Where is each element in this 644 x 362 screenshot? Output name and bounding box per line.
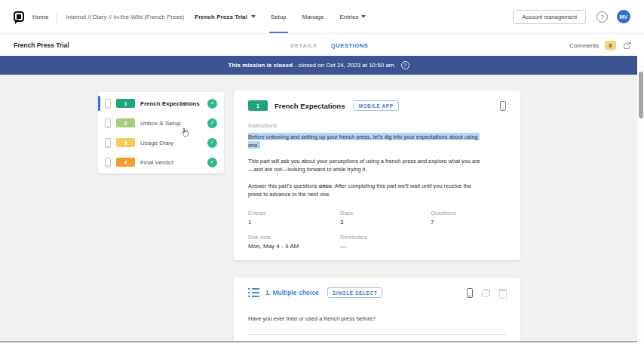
mobile-icon — [500, 101, 506, 111]
banner-bold-text: This mission is closed — [228, 62, 293, 69]
tab-manage[interactable]: Manage — [301, 0, 326, 34]
top-navigation-bar: Home Internal // Diary // In-the-Wild (F… — [0, 0, 644, 34]
part-number-badge: 3 — [116, 138, 135, 147]
app-window: Home Internal // Diary // In-the-Wild (F… — [0, 0, 644, 362]
part-number-badge: 4 — [116, 158, 135, 167]
info-icon[interactable]: ? — [401, 61, 409, 69]
part-card-header: 1 French Expectations MOBILE APP — [248, 100, 506, 111]
scrollbar-track — [637, 56, 644, 343]
part-number-badge: 2 — [116, 118, 135, 127]
mobile-icon — [105, 158, 111, 167]
instructions-label: Instructions — [248, 122, 506, 129]
part-item-label: Final Verdict — [140, 159, 173, 166]
highlighted-text-line: one. — [248, 141, 260, 149]
mission-closed-banner: This mission is closed - closed on Oct 2… — [0, 56, 637, 75]
content-area: 1 French Expectations ✓ 2 Unbox & Setup … — [0, 75, 637, 342]
part-item-unbox-setup[interactable]: 2 Unbox & Setup ✓ — [98, 113, 224, 133]
multiple-choice-icon — [248, 288, 259, 298]
project-dropdown-label: French Press Trial — [195, 14, 247, 20]
stat-due-date: Due date Mon, May 4 - 9 AM — [248, 234, 340, 250]
tab-details[interactable]: DETAILS — [290, 42, 317, 49]
header-actions: Comments 0 — [569, 35, 632, 56]
page-title: French Press Trial — [14, 41, 69, 49]
part-item-label: French Expectations — [140, 100, 200, 107]
question-actions — [467, 288, 506, 298]
question-card: 1. Multiple choice SINGLE SELECT Have yo… — [234, 278, 520, 342]
stat-entries: Entries 1 — [248, 210, 340, 225]
tab-entries-label: Entries — [339, 14, 358, 20]
chevron-down-icon — [361, 15, 366, 20]
chevron-down-icon — [251, 15, 256, 20]
part-number-badge: 1 — [248, 100, 268, 111]
tab-questions[interactable]: QUESTIONS — [331, 42, 369, 49]
part-detail-card: 1 French Expectations MOBILE APP Instruc… — [234, 90, 520, 260]
stat-reminders: Reminders — — [340, 234, 431, 250]
mobile-icon — [105, 118, 111, 128]
scrollbar-thumb[interactable] — [639, 72, 643, 118]
project-dropdown[interactable]: French Press Trial — [195, 13, 255, 20]
part-title: French Expectations — [274, 102, 345, 110]
part-item-french-expectations[interactable]: 1 French Expectations ✓ — [98, 94, 224, 113]
avatar[interactable]: MV — [617, 10, 630, 23]
tab-setup[interactable]: Setup — [269, 0, 288, 34]
answer-divider — [248, 334, 506, 335]
check-icon: ✓ — [207, 99, 217, 109]
mouse-cursor-icon — [180, 127, 190, 138]
question-card-header: 1. Multiple choice SINGLE SELECT — [248, 287, 506, 298]
account-management-button[interactable]: Account management — [513, 10, 586, 24]
help-icon[interactable]: ? — [596, 11, 608, 23]
stat-days: Days 3 — [340, 210, 431, 225]
part-stats: Entries 1 Days 3 Questions 7 Due date Mo… — [248, 210, 506, 250]
mission-tabs: DETAILS QUESTIONS — [290, 35, 368, 56]
nav-tabs: Setup Manage Entries — [269, 0, 381, 34]
single-select-chip: SINGLE SELECT — [327, 287, 382, 298]
breadcrumb[interactable]: Internal // Diary // In-the-Wild (French… — [66, 14, 184, 20]
mobile-icon — [467, 288, 473, 298]
mission-header-bar: French Press Trial DETAILS QUESTIONS Com… — [0, 35, 644, 56]
stat-questions: Questions 7 — [431, 210, 506, 225]
mobile-app-chip: MOBILE APP — [353, 100, 398, 111]
instructions-text: Before unboxing and setting up your fren… — [248, 132, 506, 149]
question-text: Have you ever tried or used a french pre… — [248, 314, 506, 323]
part-item-label: Usage Diary — [140, 140, 173, 146]
bottom-whitespace — [0, 344, 644, 362]
comments-link[interactable]: Comments — [569, 42, 599, 49]
highlighted-text-line: Before unboxing and setting up your fren… — [248, 133, 480, 140]
home-link[interactable]: Home — [32, 14, 48, 20]
part-item-final-verdict[interactable]: 4 Final Verdict ✓ — [98, 152, 224, 172]
comments-count-badge[interactable]: 0 — [605, 41, 616, 50]
banner-detail-text: - closed on Oct 24, 2023 at 10:50 am — [295, 62, 394, 69]
mobile-icon — [105, 99, 111, 109]
parts-list: 1 French Expectations ✓ 2 Unbox & Setup … — [98, 92, 224, 173]
share-icon[interactable] — [622, 41, 632, 51]
check-icon: ✓ — [207, 118, 217, 128]
nav-divider — [57, 11, 57, 23]
question-title: 1. Multiple choice — [265, 289, 319, 296]
trash-icon[interactable] — [499, 289, 506, 297]
part-item-label: Unbox & Setup — [140, 120, 181, 127]
part-item-usage-diary[interactable]: 3 Usage Diary ✓ — [98, 133, 224, 152]
description-paragraph: Answer this part's questions once. After… — [248, 182, 506, 198]
mobile-icon — [105, 138, 111, 148]
tab-entries[interactable]: Entries — [338, 0, 367, 34]
dscout-logo-icon[interactable] — [14, 11, 24, 22]
check-icon: ✓ — [207, 138, 217, 148]
duplicate-icon[interactable] — [482, 289, 490, 297]
check-icon: ✓ — [207, 158, 217, 167]
part-number-badge: 1 — [116, 99, 135, 108]
description-paragraph: This part will ask you about your percep… — [248, 157, 506, 173]
